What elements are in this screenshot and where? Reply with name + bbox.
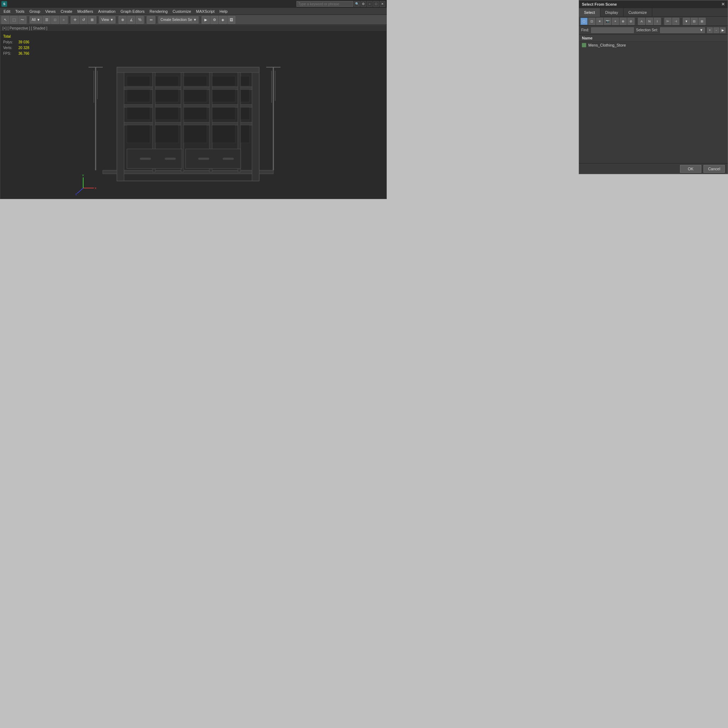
svg-rect-36 (165, 158, 176, 160)
maximize-btn[interactable]: □ (373, 1, 379, 7)
svg-rect-26 (212, 107, 236, 120)
svg-rect-25 (184, 107, 207, 120)
lasso-btn[interactable]: 〜 (18, 16, 26, 24)
menu-tools[interactable]: Tools (13, 8, 27, 15)
main-area: [+] [ Perspective ] [ Shaded ] Total Pol… (0, 25, 387, 199)
viewport-3d[interactable]: [+] [ Perspective ] [ Shaded ] Total Pol… (0, 25, 387, 199)
material-editor-btn[interactable]: ◈ (219, 16, 227, 24)
svg-rect-31 (212, 125, 236, 143)
svg-rect-8 (124, 122, 252, 125)
svg-rect-30 (184, 125, 207, 143)
svg-rect-15 (184, 76, 207, 86)
toolbar-sep-6 (156, 16, 157, 23)
toolbar-sep-7 (200, 16, 200, 23)
move-btn[interactable]: ✛ (71, 16, 79, 24)
menu-modifiers[interactable]: Modifiers (75, 8, 95, 15)
app-logo: S (2, 1, 7, 7)
menu-rendering[interactable]: Rendering (147, 8, 170, 15)
svg-rect-2 (103, 170, 273, 174)
render-to-texture-btn[interactable]: 🖼 (228, 16, 236, 24)
scale-btn[interactable]: ⊞ (88, 16, 96, 24)
rect-select-btn[interactable]: □ (51, 16, 59, 24)
minimize-btn[interactable]: − (367, 1, 373, 7)
view-dropdown[interactable]: View▼ (99, 16, 115, 23)
svg-rect-23 (127, 107, 150, 120)
snap-btn[interactable]: ⊕ (119, 16, 127, 24)
select-by-name-btn[interactable]: ☰ (43, 16, 50, 24)
toolbar-sep-4 (116, 16, 117, 23)
svg-text:Y: Y (82, 174, 84, 177)
menu-help[interactable]: Help (217, 8, 230, 15)
menu-bar: Edit Tools Group Views Create Modifiers … (0, 8, 387, 15)
svg-rect-7 (124, 104, 252, 107)
options-btn[interactable]: ⚙ (361, 1, 366, 7)
menu-edit[interactable]: Edit (2, 8, 12, 15)
circle-select-btn[interactable]: ○ (60, 16, 67, 24)
select-tool-btn[interactable]: ↖ (2, 16, 9, 24)
svg-rect-16 (212, 76, 236, 86)
filter-dropdown[interactable]: All▼ (30, 16, 42, 23)
svg-text:Z: Z (75, 193, 77, 196)
search-input[interactable] (297, 1, 353, 7)
menu-group[interactable]: Group (28, 8, 43, 15)
title-bar: S 🔍 ⚙ − □ ✕ (0, 0, 387, 8)
render-frame-btn[interactable]: ▶ (202, 16, 210, 24)
svg-rect-20 (184, 90, 207, 102)
svg-rect-17 (241, 76, 249, 86)
menu-create[interactable]: Create (58, 8, 74, 15)
svg-rect-28 (127, 125, 150, 143)
percent-snap-btn[interactable]: % (136, 16, 144, 24)
svg-rect-3 (117, 67, 124, 181)
svg-text:X: X (95, 187, 97, 190)
svg-rect-37 (198, 158, 209, 160)
close-btn[interactable]: ✕ (380, 1, 385, 7)
select-region-btn[interactable]: ⬚ (10, 16, 18, 24)
svg-rect-19 (155, 90, 179, 102)
toolbar-sep-1 (28, 16, 28, 23)
menu-animation[interactable]: Animation (96, 8, 118, 15)
svg-rect-18 (127, 90, 150, 102)
toolbar-sep-5 (145, 16, 146, 23)
svg-rect-13 (127, 76, 150, 86)
menu-graph-editors[interactable]: Graph Editors (118, 8, 147, 15)
toolbar-sep-3 (97, 16, 98, 23)
svg-rect-38 (223, 158, 234, 160)
create-selection-dropdown[interactable]: Create Selection Se▼ (159, 16, 198, 23)
viewport-label: [+] [ Perspective ] [ Shaded ] (3, 26, 47, 30)
mirror-btn[interactable]: ⇔ (147, 16, 155, 24)
menu-customize[interactable]: Customize (171, 8, 193, 15)
rotate-btn[interactable]: ↺ (80, 16, 87, 24)
search-btn[interactable]: 🔍 (354, 1, 360, 7)
svg-rect-4 (252, 67, 259, 181)
svg-rect-24 (155, 107, 179, 120)
title-bar-search-area: 🔍 ⚙ − □ ✕ (297, 1, 385, 7)
angle-snap-btn[interactable]: ∡ (127, 16, 135, 24)
render-settings-btn[interactable]: ⚙ (210, 16, 218, 24)
menu-maxscript[interactable]: MAXScript (194, 8, 217, 15)
svg-rect-29 (155, 125, 179, 143)
svg-rect-27 (241, 107, 249, 120)
svg-rect-21 (212, 90, 236, 102)
svg-rect-32 (241, 125, 249, 143)
viewport-header: [+] [ Perspective ] [ Shaded ] (0, 25, 386, 32)
main-toolbar: ↖ ⬚ 〜 All▼ ☰ □ ○ ✛ ↺ ⊞ View▼ ⊕ ∡ % ⇔ Cre… (0, 15, 387, 25)
viewport-content: Total Polys: 39 036 Verts: 20 328 FPS: 3… (0, 32, 386, 199)
svg-rect-35 (140, 158, 151, 160)
svg-rect-22 (241, 90, 249, 102)
menu-views[interactable]: Views (43, 8, 58, 15)
toolbar-sep-2 (69, 16, 70, 23)
svg-rect-14 (155, 76, 179, 86)
svg-rect-5 (117, 67, 259, 72)
scene-svg: X Y Z (0, 32, 386, 199)
svg-rect-6 (124, 87, 252, 90)
